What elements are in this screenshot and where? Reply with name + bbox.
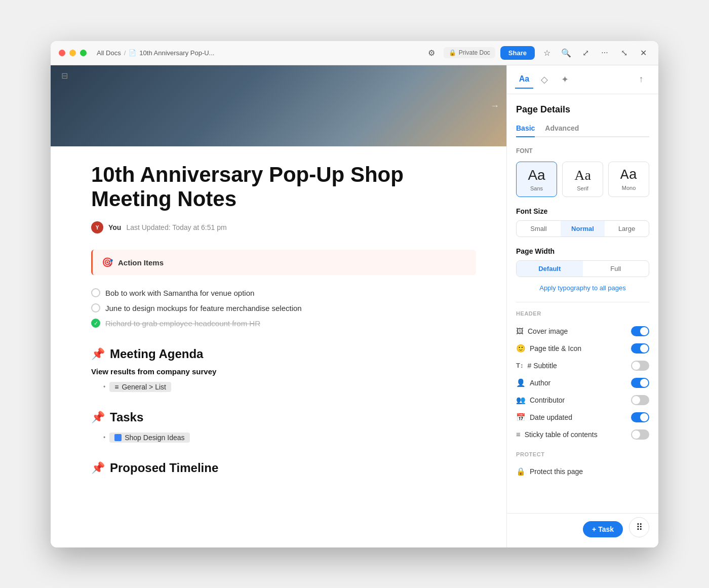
todo-checkbox-2[interactable] xyxy=(91,303,100,312)
toggle-row-contributor: 👥 Contributor xyxy=(516,391,649,409)
last-updated: Last Updated: Today at 6:51 pm xyxy=(126,223,226,231)
todo-checkbox-3[interactable]: ✓ xyxy=(91,319,100,328)
subtitle-icon: T↕ xyxy=(516,362,523,369)
font-card-serif[interactable]: Aa Serif xyxy=(562,162,603,197)
private-doc-label: Private Doc xyxy=(459,49,490,56)
bullet-dot: • xyxy=(103,383,105,390)
protect-section-label: PROTECT xyxy=(516,451,649,457)
toggle-contributor[interactable] xyxy=(631,395,649,405)
tab-style[interactable]: ◇ xyxy=(535,70,554,89)
breadcrumb-all-docs[interactable]: All Docs xyxy=(97,49,121,57)
task-button[interactable]: + Task xyxy=(583,521,623,537)
close-button[interactable] xyxy=(59,50,65,56)
doc-meta: Y You Last Updated: Today at 6:51 pm xyxy=(91,221,476,233)
section-title-1: Meeting Agenda xyxy=(110,347,203,361)
more-icon-btn[interactable]: ··· xyxy=(598,46,612,60)
collapse-icon-btn[interactable]: ⤡ xyxy=(617,46,631,60)
callout-block: 🎯 Action Items xyxy=(91,250,476,275)
font-card-mono[interactable]: Aa Mono xyxy=(608,162,649,197)
font-label-serif: Serif xyxy=(577,185,588,191)
private-doc-badge[interactable]: 🔒 Private Doc xyxy=(444,47,495,58)
panel-divider xyxy=(516,302,649,302)
section-title-2: Tasks xyxy=(110,410,143,424)
lock-icon: 🔒 xyxy=(449,49,456,56)
list-item: • ≡ General > List xyxy=(103,380,476,394)
subtab-advanced[interactable]: Advanced xyxy=(545,124,579,137)
section-timeline: 📌 Proposed Timeline xyxy=(91,461,476,475)
todo-item: ✓ Richard to grab employee headcount fro… xyxy=(91,316,476,331)
cover-image-block: → xyxy=(51,65,506,146)
font-size-normal[interactable]: Normal xyxy=(561,221,605,237)
tab-export[interactable]: ↑ xyxy=(632,70,650,89)
font-size-options: Small Normal Large xyxy=(516,220,649,237)
todo-text-1: Bob to work with Samantha for venue opti… xyxy=(105,289,254,297)
font-size-small[interactable]: Small xyxy=(517,221,561,237)
agenda-content: View results from company survey • ≡ Gen… xyxy=(91,367,476,394)
settings-icon-btn[interactable]: ⚙ xyxy=(424,46,439,60)
tab-font[interactable]: Aa xyxy=(515,70,533,89)
titlebar: All Docs / 📄 10th Anniversary Pop-U... ⚙… xyxy=(51,41,658,65)
toggle-row-protect-page: 🔒 Protect this page xyxy=(516,463,649,480)
star-icon-btn[interactable]: ☆ xyxy=(540,46,554,60)
pin-icon-3: 📌 xyxy=(91,461,105,475)
toggle-date-updated[interactable] xyxy=(631,412,649,422)
apply-typography-link[interactable]: Apply typography to all pages xyxy=(516,284,649,292)
maximize-button[interactable] xyxy=(80,50,87,56)
pin-icon-2: 📌 xyxy=(91,411,105,424)
share-button[interactable]: Share xyxy=(500,46,535,60)
titlebar-actions: ⚙ 🔒 Private Doc Share ☆ 🔍 ⤢ ··· ⤡ ✕ xyxy=(424,46,650,60)
font-size-large[interactable]: Large xyxy=(605,221,649,237)
section-title-3: Proposed Timeline xyxy=(110,461,218,475)
list-badge-2: Shop Design Ideas xyxy=(109,433,189,443)
toggle-row-cover-image: 🖼 Cover image xyxy=(516,323,649,340)
contributor-label: Contributor xyxy=(530,396,565,404)
page-width-default[interactable]: Default xyxy=(517,261,583,277)
blue-square-icon xyxy=(114,434,122,441)
toggle-row-subtitle: T↕ # Subtitle xyxy=(516,357,649,374)
toggle-cover-image[interactable] xyxy=(631,326,649,336)
author-label: Author xyxy=(530,379,550,387)
font-aa-serif: Aa xyxy=(574,167,591,183)
callout-text: Action Items xyxy=(118,258,164,267)
page-title-label: Page title & Icon xyxy=(530,344,581,352)
toggle-subtitle[interactable] xyxy=(631,361,649,371)
sidebar-toggle-btn[interactable]: ⊟ xyxy=(58,69,71,83)
todo-text-2: June to design mockups for feature merch… xyxy=(105,304,302,312)
todo-list: Bob to work with Samantha for venue opti… xyxy=(91,285,476,331)
subtitle-label: # Subtitle xyxy=(527,362,557,370)
font-pickers: Aa Sans Aa Serif Aa Mono xyxy=(516,162,649,197)
toggle-page-title[interactable] xyxy=(631,343,649,354)
protect-page-label: Protect this page xyxy=(530,467,583,476)
expand-icon-btn[interactable]: ⤢ xyxy=(578,46,593,60)
minimize-button[interactable] xyxy=(69,50,76,56)
panel-content: Page Details Basic Advanced Font Aa Sans… xyxy=(507,94,658,513)
todo-text-3: Richard to grab employee headcount from … xyxy=(105,319,260,328)
tasks-list: • Shop Design Ideas xyxy=(103,430,476,445)
app-window: All Docs / 📄 10th Anniversary Pop-U... ⚙… xyxy=(51,41,658,547)
breadcrumb: All Docs / 📄 10th Anniversary Pop-U... xyxy=(97,49,418,57)
pin-icon-1: 📌 xyxy=(91,347,105,361)
page-width-full[interactable]: Full xyxy=(583,261,649,277)
apps-button[interactable]: ⠿ xyxy=(629,517,649,537)
toggle-sticky-toc[interactable] xyxy=(631,429,649,440)
traffic-lights xyxy=(59,50,87,56)
toggle-author[interactable] xyxy=(631,378,649,388)
subtab-basic[interactable]: Basic xyxy=(516,124,535,137)
date-updated-label: Date updated xyxy=(530,413,572,421)
tab-collab[interactable]: ✦ xyxy=(556,70,574,89)
date-updated-icon: 📅 xyxy=(516,413,526,422)
cover-image-label: Cover image xyxy=(528,327,568,335)
close-window-btn[interactable]: ✕ xyxy=(636,46,650,60)
font-card-sans[interactable]: Aa Sans xyxy=(516,162,557,197)
list-item: • Shop Design Ideas xyxy=(103,430,476,445)
search-icon-btn[interactable]: 🔍 xyxy=(559,46,573,60)
page-width-label: Page Width xyxy=(516,247,649,255)
todo-checkbox-1[interactable] xyxy=(91,288,100,297)
header-section-label: HEADER xyxy=(516,310,649,317)
todo-item: June to design mockups for feature merch… xyxy=(91,300,476,316)
breadcrumb-doc-title[interactable]: 10th Anniversary Pop-U... xyxy=(139,49,214,57)
section-tasks: 📌 Tasks xyxy=(91,410,476,424)
panel-title: Page Details xyxy=(516,104,649,115)
font-aa-sans: Aa xyxy=(528,167,545,183)
toggle-row-page-title: 🙂 Page title & Icon xyxy=(516,340,649,357)
